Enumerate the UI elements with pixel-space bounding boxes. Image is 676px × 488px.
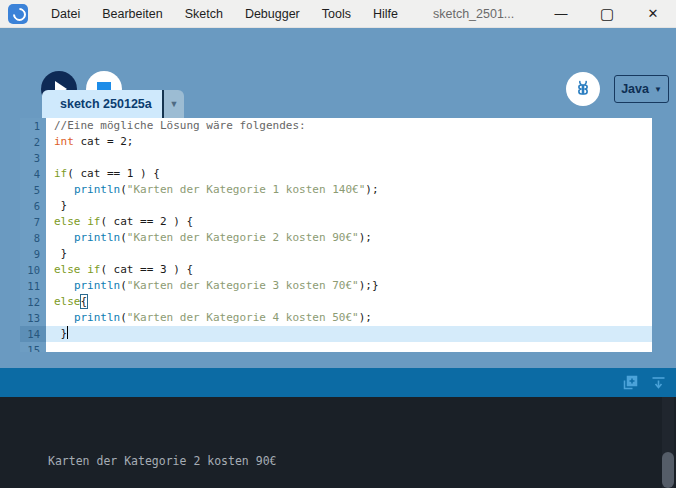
code-line[interactable]: 11 println("Karten der Kategorie 3 koste… — [20, 278, 652, 294]
console-output-area[interactable]: Karten der Kategorie 2 kosten 90€ — [0, 397, 676, 488]
code-text: println("Karten der Kategorie 1 kosten 1… — [46, 182, 652, 198]
processing-logo-icon — [8, 4, 28, 24]
code-line[interactable]: 13 println("Karten der Kategorie 4 koste… — [20, 310, 652, 326]
line-number: 12 — [20, 294, 46, 310]
code-text: int cat = 2; — [46, 134, 652, 150]
text-cursor — [67, 326, 68, 339]
code-line[interactable]: 6 } — [20, 198, 652, 214]
minimize-button[interactable]: — — [538, 0, 584, 28]
line-number: 9 — [20, 246, 46, 262]
open-console-window-button[interactable] — [621, 373, 640, 392]
mode-label: Java — [621, 82, 649, 96]
menu-hilfe[interactable]: Hilfe — [362, 0, 409, 28]
line-number: 7 — [20, 214, 46, 230]
code-line[interactable]: 14 } — [20, 326, 652, 342]
code-line[interactable]: 4if( cat == 1 ) { — [20, 166, 652, 182]
code-line[interactable]: 1//Eine mögliche Lösung wäre folgendes: — [20, 118, 652, 134]
tab-sketch[interactable]: sketch 250125a — [42, 90, 170, 118]
line-number: 5 — [20, 182, 46, 198]
titlebar: Datei Bearbeiten Sketch Debugger Tools H… — [0, 0, 676, 28]
menu-datei[interactable]: Datei — [40, 0, 91, 28]
code-line[interactable]: 7else if( cat == 2 ) { — [20, 214, 652, 230]
code-text — [46, 150, 652, 166]
line-number: 15 — [20, 342, 46, 352]
code-text: println("Karten der Kategorie 2 kosten 9… — [46, 230, 652, 246]
scroll-to-bottom-button[interactable] — [649, 373, 668, 392]
code-editor[interactable]: 1//Eine mögliche Lösung wäre folgendes:2… — [20, 118, 652, 352]
code-text: } — [46, 246, 652, 262]
mode-selector-button[interactable]: Java ▼ — [614, 75, 669, 103]
menu-tools[interactable]: Tools — [311, 0, 362, 28]
code-line[interactable]: 8 println("Karten der Kategorie 2 kosten… — [20, 230, 652, 246]
window-controls: — ▢ ✕ — [538, 0, 676, 28]
line-number: 13 — [20, 310, 46, 326]
line-number: 6 — [20, 198, 46, 214]
close-button[interactable]: ✕ — [630, 0, 676, 28]
scroll-to-bottom-icon — [650, 374, 667, 391]
line-number: 3 — [20, 150, 46, 166]
code-line[interactable]: 9 } — [20, 246, 652, 262]
console-output-text: Karten der Kategorie 2 kosten 90€ — [48, 454, 276, 468]
code-line[interactable]: 12else{ — [20, 294, 652, 310]
code-line[interactable]: 5 println("Karten der Kategorie 1 kosten… — [20, 182, 652, 198]
menu-bearbeiten[interactable]: Bearbeiten — [91, 0, 173, 28]
code-text: if( cat == 1 ) { — [46, 166, 652, 182]
line-number: 1 — [20, 118, 46, 134]
console-scrollbar-thumb[interactable] — [662, 452, 674, 488]
tab-dropdown-button[interactable]: ▼ — [164, 90, 184, 118]
console-header — [0, 368, 676, 397]
line-number: 8 — [20, 230, 46, 246]
line-number: 11 — [20, 278, 46, 294]
code-text: println("Karten der Kategorie 4 kosten 5… — [46, 310, 652, 326]
code-text: else if( cat == 2 ) { — [46, 214, 652, 230]
code-text: else{ — [46, 294, 652, 310]
line-number: 10 — [20, 262, 46, 278]
code-line[interactable]: 2int cat = 2; — [20, 134, 652, 150]
code-text: } — [46, 198, 652, 214]
chevron-down-icon: ▼ — [170, 99, 179, 109]
mode-dropdown-arrow-icon: ▼ — [654, 85, 662, 94]
debug-button[interactable] — [566, 72, 600, 106]
line-number: 4 — [20, 166, 46, 182]
code-text: //Eine mögliche Lösung wäre folgendes: — [46, 118, 652, 134]
debug-butterfly-icon — [572, 78, 594, 100]
code-text: else if( cat == 3 ) { — [46, 262, 652, 278]
line-number: 2 — [20, 134, 46, 150]
line-number: 14 — [20, 326, 46, 342]
code-line[interactable]: 15 — [20, 342, 652, 352]
window-title: sketch_2501... — [433, 7, 514, 21]
code-text: } — [46, 326, 652, 342]
maximize-button[interactable]: ▢ — [584, 0, 630, 28]
processing-ide-window: Datei Bearbeiten Sketch Debugger Tools H… — [0, 0, 676, 488]
code-text — [46, 342, 652, 352]
code-line[interactable]: 3 — [20, 150, 652, 166]
open-console-window-icon — [622, 374, 639, 391]
code-text: println("Karten der Kategorie 3 kosten 7… — [46, 278, 652, 294]
menu-debugger[interactable]: Debugger — [234, 0, 311, 28]
menu-sketch[interactable]: Sketch — [174, 0, 234, 28]
code-line[interactable]: 10else if( cat == 3 ) { — [20, 262, 652, 278]
